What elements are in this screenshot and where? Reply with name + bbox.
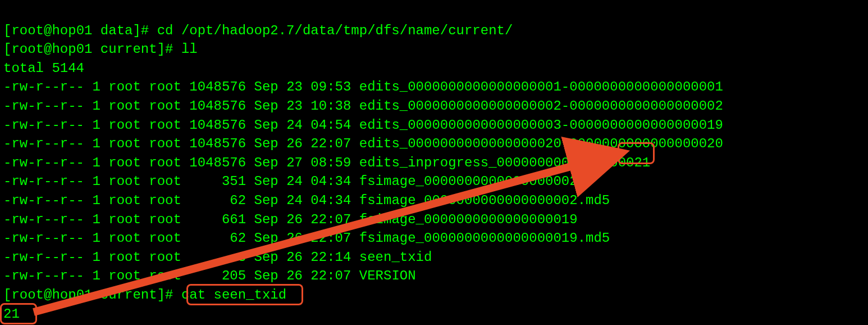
table-row: -rw-r--r-- 1 root root 205 Sep 26 22:07 … <box>3 268 416 283</box>
table-row: -rw-r--r-- 1 root root 661 Sep 26 22:07 … <box>3 212 578 227</box>
table-row: -rw-r--r-- 1 root root 1048576 Sep 23 09… <box>3 79 723 94</box>
total-line: total 5144 <box>3 61 84 76</box>
cat-output: 21 <box>3 306 20 322</box>
table-row: -rw-r--r-- 1 root root 351 Sep 24 04:34 … <box>3 174 578 189</box>
table-row: -rw-r--r-- 1 root root 62 Sep 24 04:34 f… <box>3 193 610 208</box>
table-row: -rw-r--r-- 1 root root 3 Sep 26 22:14 se… <box>3 250 432 265</box>
prompt-line-2: [root@hop01 current]# ll <box>3 42 198 57</box>
table-row: -rw-r--r-- 1 root root 62 Sep 26 22:07 f… <box>3 231 610 246</box>
table-row: -rw-r--r-- 1 root root 1048576 Sep 27 08… <box>3 155 650 170</box>
prompt-line-1: [root@hop01 data]# cd /opt/hadoop2.7/dat… <box>3 23 513 38</box>
table-row: -rw-r--r-- 1 root root 1048576 Sep 23 10… <box>3 98 723 114</box>
prompt-line-3: [root@hop01 current]# cat seen_txid <box>3 287 286 303</box>
table-row: -rw-r--r-- 1 root root 1048576 Sep 24 04… <box>3 118 723 133</box>
table-row: -rw-r--r-- 1 root root 1048576 Sep 26 22… <box>3 136 723 151</box>
terminal-output[interactable]: [root@hop01 data]# cd /opt/hadoop2.7/dat… <box>0 0 868 325</box>
